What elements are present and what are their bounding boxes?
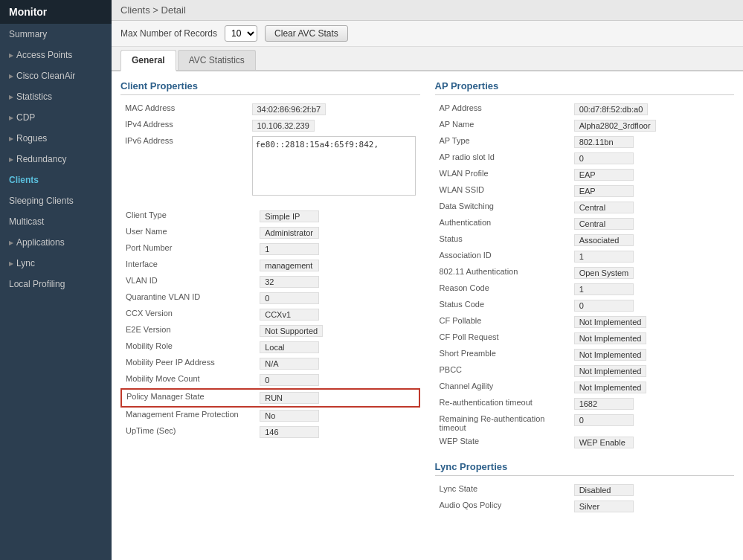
client-props-top: MAC Address34:02:86:96:2f:b7IPv4 Address… bbox=[120, 101, 420, 198]
value-box: 1 bbox=[260, 243, 319, 255]
client-properties-section: Client Properties MAC Address34:02:86:96… bbox=[120, 80, 420, 515]
table-row: Port Number1 bbox=[121, 241, 419, 257]
value-box: EAP bbox=[574, 185, 634, 197]
table-row: IPv6 Addressfe80::2818:15a4:65f9:842, bbox=[120, 134, 420, 198]
prop-label: E2E Version bbox=[121, 323, 255, 339]
sidebar-item-access-points[interactable]: Access Points bbox=[0, 45, 112, 65]
sidebar-item-summary[interactable]: Summary bbox=[0, 24, 112, 45]
tabs: GeneralAVC Statistics bbox=[112, 47, 743, 71]
sidebar-item-lync[interactable]: Lync bbox=[0, 253, 112, 274]
prop-value: Central bbox=[570, 216, 734, 232]
sidebar-item-applications[interactable]: Applications bbox=[0, 232, 112, 253]
table-row: AuthenticationCentral bbox=[435, 216, 735, 232]
prop-label: Reason Code bbox=[435, 281, 570, 297]
tab-general[interactable]: General bbox=[120, 50, 176, 71]
table-row: 802.11 AuthenticationOpen System bbox=[435, 265, 735, 281]
sidebar-item-redundancy[interactable]: Redundancy bbox=[0, 149, 112, 170]
prop-label: AP Type bbox=[435, 134, 570, 150]
prop-value: 0 bbox=[255, 290, 419, 306]
prop-value: RUN bbox=[255, 389, 419, 407]
prop-value: Disabled bbox=[570, 482, 734, 498]
sidebar-item-cisco-cleanair[interactable]: Cisco CleanAir bbox=[0, 65, 112, 86]
prop-label: WEP State bbox=[435, 434, 570, 451]
table-row: MAC Address34:02:86:96:2f:b7 bbox=[120, 101, 420, 118]
value-box: 0 bbox=[260, 292, 319, 304]
prop-value: Local bbox=[255, 339, 419, 355]
prop-label: WLAN SSID bbox=[435, 183, 570, 199]
prop-value: Administrator bbox=[255, 225, 419, 241]
sidebar-item-multicast[interactable]: Multicast bbox=[0, 211, 112, 232]
topbar: Clients > Detail bbox=[112, 0, 743, 21]
prop-value: 1 bbox=[255, 241, 419, 257]
prop-label: Re-authentication timeout bbox=[435, 396, 570, 412]
table-row: Management Frame ProtectionNo bbox=[121, 407, 419, 424]
sidebar: Monitor SummaryAccess PointsCisco CleanA… bbox=[0, 0, 112, 560]
tab-avc-statistics[interactable]: AVC Statistics bbox=[178, 50, 256, 70]
table-row: WEP StateWEP Enable bbox=[435, 434, 735, 451]
value-box: Not Implemented bbox=[574, 382, 647, 393]
max-records-label: Max Number of Records bbox=[120, 28, 217, 39]
two-column-layout: Client Properties MAC Address34:02:86:96… bbox=[120, 80, 734, 515]
breadcrumb: Clients > Detail bbox=[120, 4, 186, 16]
sidebar-header: Monitor bbox=[0, 0, 112, 24]
value-box: Not Implemented bbox=[574, 332, 647, 344]
prop-label: Remaining Re-authentication timeout bbox=[435, 412, 570, 434]
toolbar: Max Number of Records 10 25 50 Clear AVC… bbox=[112, 21, 743, 47]
prop-value: Central bbox=[570, 199, 734, 216]
table-row: Re-authentication timeout1682 bbox=[435, 396, 735, 412]
prop-label: Status bbox=[435, 232, 570, 248]
prop-label: Lync State bbox=[435, 482, 570, 498]
prop-value: 1682 bbox=[570, 396, 734, 412]
prop-label: Mobility Peer IP Address bbox=[121, 355, 255, 372]
prop-value: 0 bbox=[570, 150, 734, 167]
value-box: 00:d7:8f:52:db:a0 bbox=[574, 103, 649, 115]
prop-label: Interface bbox=[121, 257, 255, 274]
table-row: AP radio slot Id0 bbox=[435, 150, 735, 167]
table-row: Audio Qos PolicySilver bbox=[435, 498, 735, 515]
sidebar-item-cdp[interactable]: CDP bbox=[0, 107, 112, 128]
prop-label: Client Type bbox=[121, 208, 255, 225]
sidebar-item-sleeping-clients[interactable]: Sleeping Clients bbox=[0, 190, 112, 211]
prop-label: WLAN Profile bbox=[435, 167, 570, 183]
prop-value: EAP bbox=[570, 167, 734, 183]
prop-label: Short Preamble bbox=[435, 347, 570, 363]
value-box: 802.11bn bbox=[574, 136, 634, 148]
sidebar-items: SummaryAccess PointsCisco CleanAirStatis… bbox=[0, 24, 112, 295]
sidebar-item-clients[interactable]: Clients bbox=[0, 170, 112, 190]
table-row: VLAN ID32 bbox=[121, 274, 419, 290]
table-row: WLAN SSIDEAP bbox=[435, 183, 735, 199]
table-row: Reason Code1 bbox=[435, 281, 735, 297]
sidebar-item-statistics[interactable]: Statistics bbox=[0, 86, 112, 107]
prop-label: IPv6 Address bbox=[120, 134, 248, 198]
value-box: 146 bbox=[260, 426, 319, 438]
table-row: AP Type802.11bn bbox=[435, 134, 735, 150]
value-box: RUN bbox=[260, 392, 319, 404]
prop-value: Not Implemented bbox=[570, 330, 734, 347]
table-row: Client TypeSimple IP bbox=[121, 208, 419, 225]
sidebar-item-rogues[interactable]: Rogues bbox=[0, 128, 112, 149]
lync-properties-title: Lync Properties bbox=[435, 461, 735, 476]
max-records-select[interactable]: 10 25 50 bbox=[225, 25, 257, 42]
prop-label: MAC Address bbox=[120, 101, 248, 118]
table-row: Association ID1 bbox=[435, 248, 735, 265]
table-row: Interfacemanagement bbox=[121, 257, 419, 274]
value-box: Not Implemented bbox=[574, 349, 647, 361]
table-row: IPv4 Address10.106.32.239 bbox=[120, 118, 420, 134]
table-row: Mobility RoleLocal bbox=[121, 339, 419, 355]
value-box: Simple IP bbox=[260, 210, 319, 222]
value-box: 1 bbox=[574, 283, 634, 295]
clear-avc-stats-button[interactable]: Clear AVC Stats bbox=[265, 25, 348, 42]
prop-value: management bbox=[255, 257, 419, 274]
lync-props-table: Lync StateDisabledAudio Qos PolicySilver bbox=[435, 482, 735, 515]
sidebar-item-local-profiling[interactable]: Local Profiling bbox=[0, 274, 112, 295]
ipv6-textarea[interactable]: fe80::2818:15a4:65f9:842, bbox=[252, 136, 416, 196]
prop-label: VLAN ID bbox=[121, 274, 255, 290]
value-box: management bbox=[260, 260, 319, 271]
prop-value: 0 bbox=[255, 372, 419, 389]
ap-properties-title: AP Properties bbox=[435, 80, 735, 95]
prop-label: CF Pollable bbox=[435, 314, 570, 330]
prop-value: Alpha2802_3rdfloor bbox=[570, 118, 734, 134]
value-box: Open System bbox=[574, 267, 634, 279]
table-row: CF PollableNot Implemented bbox=[435, 314, 735, 330]
prop-value: Silver bbox=[570, 498, 734, 515]
